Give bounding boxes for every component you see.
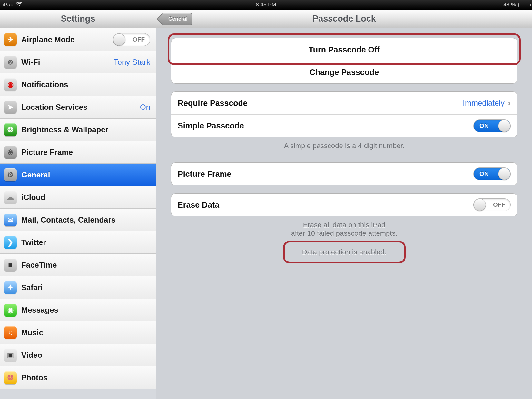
sidebar-list[interactable]: ✈Airplane ModeONOFF⊚Wi-FiTony Stark◉Noti…	[0, 28, 156, 399]
safari-icon: ✦	[4, 281, 17, 294]
sidebar-item-label: Video	[21, 351, 42, 360]
sidebar-item-label: Safari	[21, 283, 43, 292]
detail-header: General Passcode Lock	[156, 10, 532, 28]
erase-data-label: Erase Data	[178, 200, 219, 210]
sidebar-item-label: Picture Frame	[21, 148, 73, 157]
sidebar-header: Settings	[0, 10, 156, 28]
back-button-label: General	[168, 16, 188, 22]
twitter-icon: ❯	[4, 236, 17, 249]
turn-passcode-off-label: Turn Passcode Off	[178, 45, 511, 54]
sidebar-item-airplane-mode[interactable]: ✈Airplane ModeONOFF	[0, 28, 156, 51]
sidebar-item-facetime[interactable]: ■FaceTime	[0, 254, 156, 276]
picture-frame-group: Picture Frame ONOFF	[171, 162, 517, 185]
sidebar-item-brightness-wallpaper[interactable]: ❂Brightness & Wallpaper	[0, 119, 156, 141]
sidebar-item-photos[interactable]: ❂Photos	[0, 366, 156, 389]
brightness-icon: ❂	[4, 123, 17, 136]
wifi-icon: ⊚	[4, 56, 17, 69]
settings-sidebar: Settings ✈Airplane ModeONOFF⊚Wi-FiTony S…	[0, 10, 156, 399]
sidebar-item-wi-fi[interactable]: ⊚Wi-FiTony Stark	[0, 51, 156, 73]
sidebar-item-label: Airplane Mode	[21, 35, 74, 44]
sidebar-item-value: On	[140, 103, 150, 112]
sidebar-item-general[interactable]: ⚙General	[0, 164, 156, 186]
erase-data-toggle[interactable]: ONOFF	[473, 198, 511, 211]
erase-data-description-line2: after 10 failed passcode attempts.	[291, 229, 397, 237]
wifi-icon	[16, 2, 23, 8]
detail-pane: General Passcode Lock Turn Passcode Off …	[156, 10, 532, 399]
sidebar-item-icloud[interactable]: ☁iCloud	[0, 186, 156, 209]
chevron-right-icon: ›	[508, 98, 511, 108]
airplane-icon: ✈	[4, 33, 17, 46]
picture-frame-icon: ❀	[4, 146, 17, 159]
notifications-icon: ◉	[4, 78, 17, 91]
data-protection-label: Data protection is enabled.	[171, 245, 517, 261]
status-bar: iPad 8:45 PM 48 %	[0, 0, 532, 10]
sidebar-item-label: Notifications	[21, 80, 68, 89]
picture-frame-label: Picture Frame	[178, 169, 232, 179]
require-passcode-label: Require Passcode	[178, 99, 248, 108]
sidebar-item-label: iCloud	[21, 193, 45, 202]
video-icon: ▣	[4, 349, 17, 362]
status-time: 8:45 PM	[256, 2, 276, 8]
erase-data-description: Erase all data on this iPad after 10 fai…	[171, 216, 517, 242]
sidebar-item-music[interactable]: ♫Music	[0, 321, 156, 344]
erase-data-group: Erase Data ONOFF Erase all data on this …	[171, 193, 517, 261]
detail-body: Turn Passcode Off Change Passcode Requir…	[156, 28, 532, 399]
back-button[interactable]: General	[161, 13, 192, 25]
require-passcode-row[interactable]: Require Passcode Immediately ›	[171, 92, 517, 114]
sidebar-item-toggle[interactable]: ONOFF	[113, 33, 150, 46]
sidebar-item-notifications[interactable]: ◉Notifications	[0, 73, 156, 96]
require-passcode-value: Immediately	[463, 99, 504, 108]
sidebar-item-picture-frame[interactable]: ❀Picture Frame	[0, 141, 156, 164]
sidebar-item-label: Wi-Fi	[21, 58, 40, 67]
turn-passcode-off-button[interactable]: Turn Passcode Off	[171, 38, 517, 61]
sidebar-item-label: FaceTime	[21, 261, 57, 270]
photos-icon: ❂	[4, 371, 17, 384]
erase-data-row: Erase Data ONOFF	[171, 194, 517, 216]
status-right: 48 %	[503, 2, 529, 8]
battery-percent-label: 48 %	[503, 2, 516, 8]
sidebar-title: Settings	[61, 14, 95, 24]
icloud-icon: ☁	[4, 191, 17, 204]
sidebar-item-label: Mail, Contacts, Calendars	[21, 215, 115, 224]
general-icon: ⚙	[4, 168, 17, 181]
detail-title: Passcode Lock	[312, 14, 376, 24]
sidebar-item-label: Twitter	[21, 238, 46, 247]
picture-frame-row: Picture Frame ONOFF	[171, 163, 517, 185]
erase-data-description-line1: Erase all data on this iPad	[303, 221, 386, 229]
sidebar-item-label: Brightness & Wallpaper	[21, 125, 108, 134]
status-left: iPad	[3, 2, 23, 8]
simple-passcode-label: Simple Passcode	[178, 121, 244, 130]
sidebar-item-twitter[interactable]: ❯Twitter	[0, 231, 156, 254]
sidebar-item-messages[interactable]: ◉Messages	[0, 299, 156, 321]
sidebar-item-value: Tony Stark	[114, 58, 150, 67]
sidebar-item-safari[interactable]: ✦Safari	[0, 276, 156, 299]
change-passcode-button[interactable]: Change Passcode	[171, 61, 517, 83]
picture-frame-toggle[interactable]: ONOFF	[473, 167, 511, 180]
simple-passcode-description: A simple passcode is a 4 digit number.	[171, 137, 517, 155]
passcode-actions-group: Turn Passcode Off Change Passcode	[171, 38, 517, 84]
sidebar-item-location-services[interactable]: ➤Location ServicesOn	[0, 96, 156, 119]
location-icon: ➤	[4, 101, 17, 114]
facetime-icon: ■	[4, 259, 17, 271]
simple-passcode-toggle[interactable]: ONOFF	[473, 119, 511, 132]
passcode-settings-group: Require Passcode Immediately › Simple Pa…	[171, 91, 517, 155]
sidebar-item-label: Location Services	[21, 103, 87, 112]
change-passcode-label: Change Passcode	[178, 68, 511, 77]
messages-icon: ◉	[4, 304, 17, 317]
sidebar-item-mail-contacts-calendars[interactable]: ✉Mail, Contacts, Calendars	[0, 209, 156, 231]
battery-icon	[518, 3, 529, 7]
mail-icon: ✉	[4, 214, 17, 226]
sidebar-item-label: Music	[21, 328, 43, 337]
music-icon: ♫	[4, 326, 17, 339]
sidebar-item-label: Photos	[21, 373, 47, 382]
sidebar-item-label: General	[21, 170, 50, 179]
sidebar-item-video[interactable]: ▣Video	[0, 344, 156, 366]
sidebar-item-label: Messages	[21, 306, 58, 315]
simple-passcode-row: Simple Passcode ONOFF	[171, 114, 517, 137]
status-device-label: iPad	[3, 2, 14, 8]
